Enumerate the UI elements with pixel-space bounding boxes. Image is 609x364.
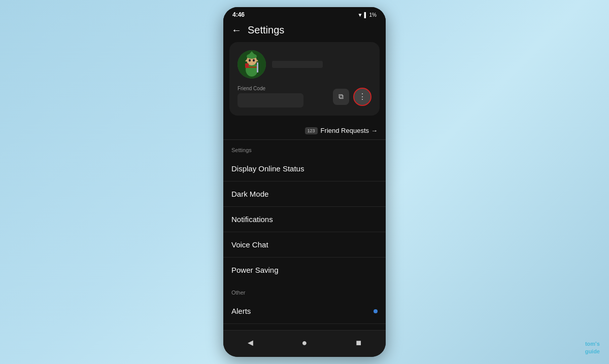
navigation-bar: ◄ ● ■ [223,330,386,357]
settings-item-label: Display Online Status [231,164,304,173]
friend-code-value [238,93,303,107]
status-bar: 4:46 ▼ ▌ 1% [223,7,386,20]
wifi-icon: ▼ [358,12,363,18]
phone-frame: 4:46 ▼ ▌ 1% ← Settings [223,7,386,357]
settings-item-notifications[interactable]: Notifications [223,207,386,232]
back-button[interactable]: ← [231,24,242,36]
other-section-label: Other [223,282,386,299]
page-title: Settings [248,24,284,36]
friend-requests-arrow: → [371,127,378,134]
profile-card: Friend Code ⧉ ⋮ [229,42,380,116]
settings-item-label: Notifications [231,215,273,224]
settings-item-feedback[interactable]: Feedback [223,324,386,330]
signal-icon: ▌ [364,12,367,18]
settings-item-label: Voice Chat [231,240,268,249]
more-options-button[interactable]: ⋮ [353,88,371,106]
settings-items-list: Display Online Status Dark Mode Notifica… [223,156,386,282]
profile-top [238,50,371,79]
other-items-list: Alerts Feedback [223,299,386,330]
settings-item-label: Power Saving [231,266,279,274]
alerts-dot-indicator [374,309,378,313]
nav-home-button[interactable]: ● [295,336,314,350]
svg-point-5 [249,59,251,62]
settings-section-label: Settings [223,140,386,156]
battery-level: 1% [369,12,377,18]
status-icons: ▼ ▌ 1% [358,12,377,18]
copy-button[interactable]: ⧉ [333,89,349,105]
svg-rect-11 [245,63,249,68]
more-options-icon: ⋮ [358,92,366,101]
settings-item-alerts[interactable]: Alerts [223,299,386,324]
nav-back-button[interactable]: ◄ [241,336,259,350]
settings-item-dark-mode[interactable]: Dark Mode [223,181,386,207]
friend-code-section: Friend Code ⧉ ⋮ [238,86,371,107]
friend-requests-row[interactable]: 123 Friend Requests → [223,122,386,140]
settings-item-display-online-status[interactable]: Display Online Status [223,156,386,181]
nav-recents-button[interactable]: ■ [350,336,368,350]
friend-requests-label: Friend Requests [321,127,369,134]
settings-item-voice-chat[interactable]: Voice Chat [223,232,386,258]
toms-guide-line2: guide [585,348,600,355]
username-redacted [272,61,323,68]
app-header: ← Settings [223,20,386,42]
toms-guide-watermark: tom's guide [585,340,600,355]
settings-item-label: Alerts [231,307,251,315]
svg-rect-10 [257,62,258,72]
svg-point-6 [253,59,255,62]
friend-code-label: Friend Code [238,86,329,91]
content-area: Friend Code ⧉ ⋮ 123 Friend Requests → Se… [223,42,386,330]
toms-guide-line1: tom's [585,340,600,347]
friend-requests-badge: 123 [305,127,318,134]
avatar[interactable] [238,50,266,79]
settings-item-label: Dark Mode [231,190,268,198]
settings-item-power-saving[interactable]: Power Saving [223,258,386,282]
copy-icon: ⧉ [339,92,344,101]
status-time: 4:46 [232,11,245,18]
